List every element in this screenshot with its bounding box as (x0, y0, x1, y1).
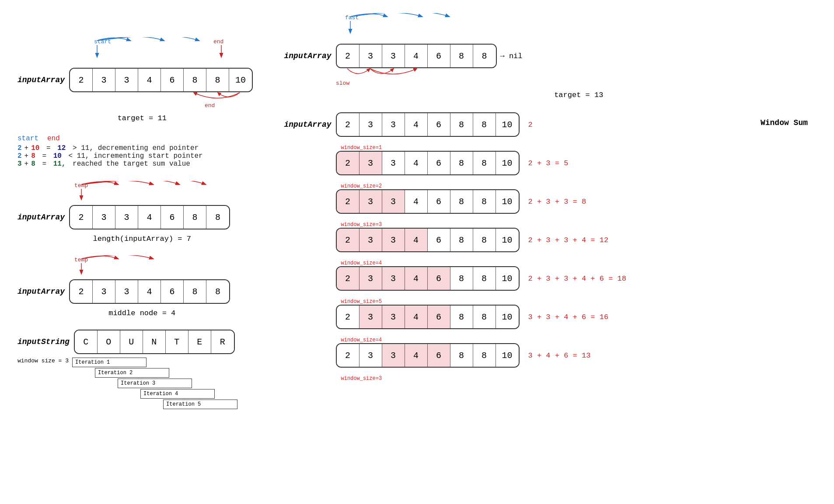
exp3-op: + (24, 160, 29, 168)
str-cell-6: R (211, 330, 234, 353)
exp1-result: 12 (57, 144, 66, 152)
exp1-a: 2 (17, 144, 22, 152)
array-label-2: inputArray (17, 213, 65, 222)
ws-label-last: window_size=3 (341, 375, 817, 382)
wr3-sum: 2 + 3 + 3 + 4 = 12 (528, 236, 609, 244)
wr5-cells: 2 3 3 4 6 8 8 10 (336, 305, 520, 329)
right-cell-t-0: 2 (337, 45, 359, 67)
wr0-sum: 2 (528, 121, 533, 129)
window-row-5-wrapper: window_size=5 inputArray 2 3 3 4 6 8 8 1… (284, 299, 817, 329)
cell-1-1: 3 (93, 69, 115, 91)
iter-label-2: Iteration 2 (98, 370, 133, 376)
str-cell-2: U (120, 330, 143, 353)
right-pointer-area: fast (341, 13, 817, 44)
slow-arcs-svg: slow (336, 66, 520, 86)
wr3-c0: 2 (337, 229, 359, 251)
right-top-arrows-svg: fast (341, 13, 559, 44)
exp2-b: 8 (31, 152, 35, 160)
ws-label-1: window_size=1 (341, 145, 817, 151)
window-row-2: inputArray 2 3 3 4 6 8 8 10 2 + 3 + 3 = … (284, 189, 817, 214)
right-caption-top: target = 13 (341, 91, 817, 99)
wr4-c5: 8 (450, 267, 473, 290)
bottom-arcs-svg: end (69, 90, 262, 108)
array-row-1: inputArray 2 3 3 4 6 8 8 10 (17, 68, 266, 92)
wr4-c2: 3 (382, 267, 405, 290)
caption-1: target = 11 (17, 114, 266, 122)
exp3-result: 11, (53, 160, 66, 168)
cell-1-0: 2 (70, 69, 93, 91)
right-array-row-top: inputArray 2 3 3 4 6 8 8 (284, 44, 817, 68)
wr0-cells: 2 3 3 4 6 8 8 10 (336, 112, 520, 137)
window-row-4: inputArray 2 3 3 4 6 8 8 10 2 + 3 + 3 + … (284, 266, 817, 291)
wr0-c1: 3 (359, 113, 382, 136)
iter-row-2: Iteration 2 (95, 368, 237, 378)
str-cell-1: O (98, 330, 120, 353)
left-panel: start end (9, 9, 275, 495)
wr5-c0: 2 (337, 306, 359, 328)
wr6-c1: 3 (359, 344, 382, 367)
wr0-c5: 8 (450, 113, 473, 136)
exp1-rest: > 11, decrementing end pointer (68, 144, 199, 152)
temp-arrows-svg-2: temp (70, 255, 254, 279)
window-row-3: inputArray 2 3 3 4 6 8 8 10 2 + 3 + 3 + … (284, 228, 817, 252)
exp-start-label: start (17, 135, 38, 143)
wr2-c6: 8 (473, 190, 496, 213)
str-cell-0: C (75, 330, 98, 353)
window-row-1-wrapper: window_size=1 inputArray 2 3 3 4 6 8 8 1… (284, 145, 817, 175)
iter-label-5: Iteration 5 (166, 401, 201, 407)
wr2-c7: 10 (496, 190, 519, 213)
wr3-cells: 2 3 3 4 6 8 8 10 (336, 228, 520, 252)
wr1-c3: 4 (405, 152, 428, 174)
iter-label-3: Iteration 3 (121, 380, 155, 386)
cell-3-6: 8 (206, 280, 229, 303)
window-row-3-wrapper: window_size=3 inputArray 2 3 3 4 6 8 8 1… (284, 222, 817, 252)
temp-arrows-svg-1: temp (70, 181, 254, 205)
cell-3-5: 8 (184, 280, 206, 303)
array-row-string: inputString C O U N T E R (17, 330, 266, 354)
exp1-eq: = (42, 144, 55, 152)
wr4-c3: 4 (405, 267, 428, 290)
wr0-label: inputArray (284, 120, 331, 129)
wr0-c7: 10 (496, 113, 519, 136)
wr2-c1: 3 (359, 190, 382, 213)
iter-label-4: Iteration 4 (143, 391, 178, 397)
wr1-c0: 2 (337, 152, 359, 174)
wr1-sum: 2 + 3 = 5 (528, 159, 569, 167)
wr4-c0: 2 (337, 267, 359, 290)
iter-bar-1: Iteration 1 (72, 358, 147, 367)
wr3-c6: 8 (473, 229, 496, 251)
right-cell-t-3: 4 (405, 45, 428, 67)
caption-3: middle node = 4 (17, 309, 266, 317)
wr1-c2: 3 (382, 152, 405, 174)
wr2-c3: 4 (405, 190, 428, 213)
array-cells-3: 2 3 3 4 6 8 8 (69, 279, 230, 304)
cell-3-1: 3 (93, 280, 115, 303)
wr5-c2: 3 (382, 306, 405, 328)
wr4-cells: 2 3 3 4 6 8 8 10 (336, 266, 520, 291)
exp2-a: 2 (17, 152, 22, 160)
window-row-5: inputArray 2 3 3 4 6 8 8 10 3 + 3 + 4 + … (284, 305, 817, 329)
iter-row-3: Iteration 3 (118, 379, 237, 388)
exp2-op: + (24, 152, 29, 160)
window-row-0: inputArray 2 3 3 4 6 8 8 10 2 (284, 112, 817, 137)
wr2-c4: 6 (428, 190, 450, 213)
exp-end-label: end (47, 135, 60, 143)
wr6-c7: 10 (496, 344, 519, 367)
wr3-c1: 3 (359, 229, 382, 251)
iter-row-4: Iteration 4 (140, 389, 237, 399)
section-two-pointer: start end (17, 37, 266, 122)
exp2-rest: < 11, incrementing start pointer (64, 152, 203, 160)
str-cell-5: E (188, 330, 211, 353)
right-array-cells-top: 2 3 3 4 6 8 8 (336, 44, 497, 68)
window-row-2-wrapper: window_size=2 inputArray 2 3 3 4 6 8 8 1… (284, 183, 817, 214)
end-label-top: end (213, 38, 223, 45)
wr4-sum: 2 + 3 + 3 + 4 + 6 = 18 (528, 275, 626, 283)
wr2-sum: 2 + 3 + 3 = 8 (528, 198, 586, 206)
page-container: start end (0, 0, 834, 504)
exp1-b: 10 (31, 144, 39, 152)
cell-3-2: 3 (115, 280, 138, 303)
wr5-sum: 3 + 3 + 4 + 6 = 16 (528, 313, 609, 321)
wr2-c0: 2 (337, 190, 359, 213)
cell-2-3: 4 (138, 206, 161, 229)
section-string: inputString C O U N T E R window size = … (17, 330, 266, 410)
